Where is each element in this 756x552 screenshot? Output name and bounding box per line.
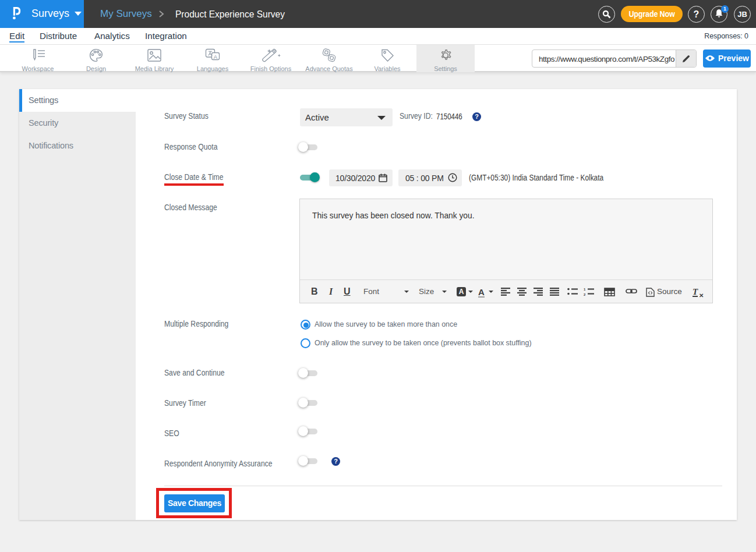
svg-text:2: 2 xyxy=(584,293,586,296)
svg-text:1: 1 xyxy=(584,288,586,291)
svg-text:A: A xyxy=(214,54,218,60)
